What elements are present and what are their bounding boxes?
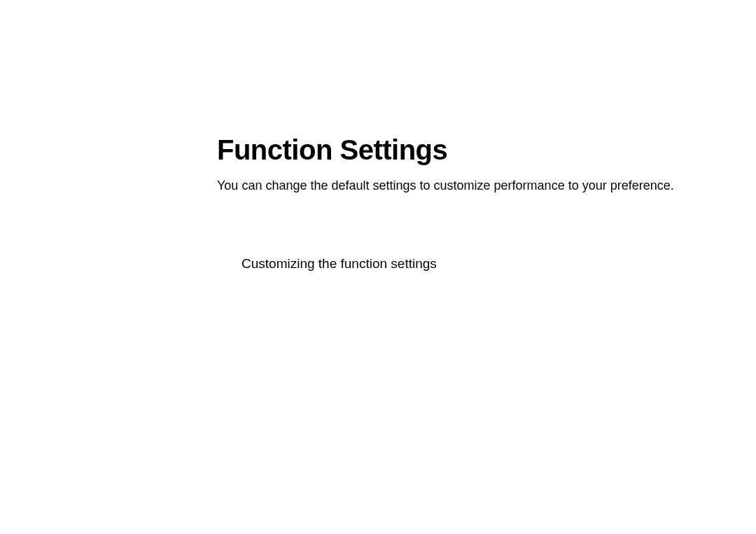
section-heading: Customizing the function settings xyxy=(241,256,437,272)
page-description: You can change the default settings to c… xyxy=(217,177,707,195)
content-wrapper: Function Settings You can change the def… xyxy=(217,134,707,195)
page-title: Function Settings xyxy=(217,134,707,166)
